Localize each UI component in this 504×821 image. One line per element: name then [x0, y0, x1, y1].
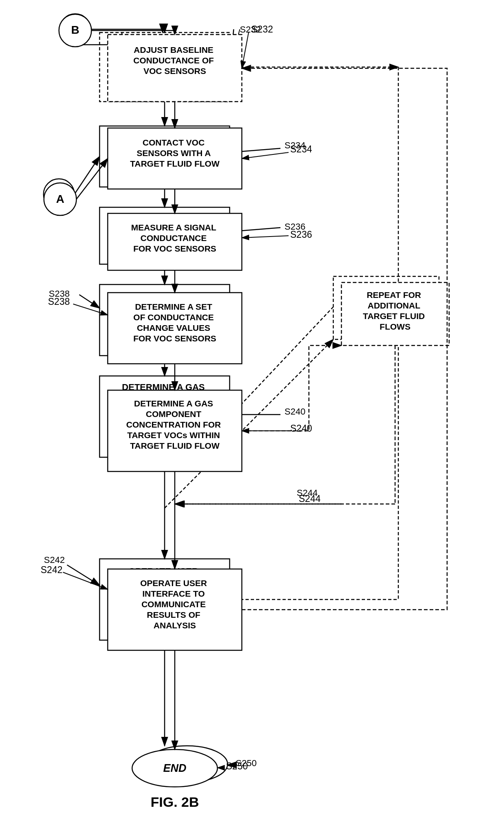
dashed-s240-to-repeat	[242, 345, 341, 431]
arrow-label-s236	[242, 236, 289, 238]
text-s234: CONTACT VOC SENSORS WITH A TARGET FLUID …	[130, 138, 219, 168]
text-s232: ADJUST BASELINE CONDUCTANCE OF VOC SENSO…	[133, 45, 216, 76]
label-end: END	[163, 762, 186, 774]
main-flowchart: ADJUST BASELINE CONDUCTANCE OF VOC SENSO…	[0, 0, 504, 821]
label-A: A	[56, 193, 64, 205]
arrow-A-to-s234	[76, 159, 108, 199]
arrow-B-to-s232	[91, 30, 175, 35]
step-s234: S234	[290, 144, 312, 154]
step-s236: S236	[290, 229, 312, 240]
text-s240: DETERMINE A GAS COMPONENT CONCENTRATION …	[126, 399, 224, 450]
step-s250: S250	[226, 761, 248, 771]
step-s242: S242	[41, 565, 63, 575]
text-s236: MEASURE A SIGNAL CONDUCTANCE FOR VOC SEN…	[131, 223, 218, 253]
label-B: B	[71, 24, 79, 36]
step-s232: S232	[251, 24, 273, 35]
step-s244: S244	[299, 493, 321, 504]
fig-caption: FIG. 2B	[150, 794, 199, 810]
arrow-label-s238	[73, 304, 108, 315]
box-s234	[108, 128, 242, 189]
step-s238: S238	[48, 296, 70, 307]
arrow-label-s234	[242, 152, 289, 159]
arrow-label-s242	[63, 572, 108, 589]
arrow-label-s232	[242, 32, 249, 68]
